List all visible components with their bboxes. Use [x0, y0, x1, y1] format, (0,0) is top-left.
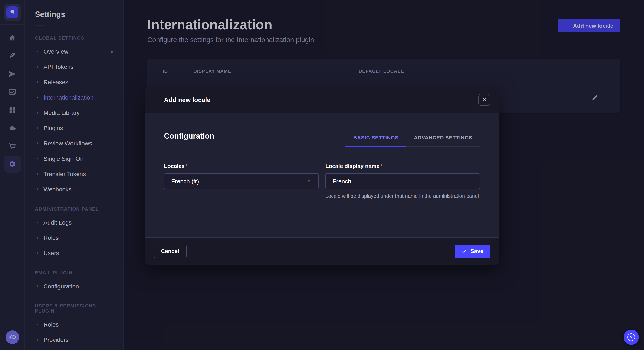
tab-basic-settings[interactable]: BASIC SETTINGS — [346, 135, 406, 147]
display-name-label: Locale display name* — [326, 163, 382, 169]
display-name-hint: Locale will be displayed under that name… — [326, 193, 480, 200]
question-icon: ? — [628, 334, 635, 341]
locales-field: Locales* French (fr) — [164, 162, 318, 200]
save-button[interactable]: Save — [455, 244, 490, 258]
locales-label-text: Locales — [164, 163, 185, 169]
help-button[interactable]: ? — [624, 330, 639, 345]
required-asterisk: * — [186, 163, 188, 169]
display-name-field: Locale display name* Locale will be disp… — [326, 162, 480, 200]
locales-label: Locales* — [164, 163, 188, 169]
modal-footer: Cancel Save — [145, 237, 499, 265]
configuration-row: Configuration BASIC SETTINGS ADVANCED SE… — [164, 132, 480, 147]
locales-select[interactable]: French (fr) — [164, 173, 318, 189]
display-name-label-text: Locale display name — [326, 163, 380, 169]
modal-body: Configuration BASIC SETTINGS ADVANCED SE… — [145, 113, 499, 237]
check-icon — [462, 248, 467, 254]
display-name-input[interactable] — [333, 178, 473, 184]
chevron-down-icon — [306, 178, 311, 184]
close-modal-button[interactable] — [478, 94, 490, 106]
configuration-heading: Configuration — [164, 132, 214, 147]
app-root: KD Settings GLOBAL SETTINGSOverviewAPI T… — [0, 0, 644, 350]
required-asterisk: * — [380, 163, 382, 169]
cancel-button[interactable]: Cancel — [154, 244, 186, 258]
save-label: Save — [470, 248, 484, 254]
locales-select-value: French (fr) — [171, 178, 199, 184]
add-locale-modal: Add new locale Configuration BASIC SETTI… — [145, 87, 499, 265]
modal-header: Add new locale — [145, 87, 499, 113]
close-icon — [482, 97, 486, 102]
locale-form: Locales* French (fr) Locale display name… — [164, 162, 480, 200]
tab-advanced-settings[interactable]: ADVANCED SETTINGS — [406, 135, 480, 146]
modal-title: Add new locale — [164, 96, 210, 103]
settings-tabs: BASIC SETTINGS ADVANCED SETTINGS — [346, 135, 480, 147]
display-name-input-wrap — [326, 173, 480, 189]
